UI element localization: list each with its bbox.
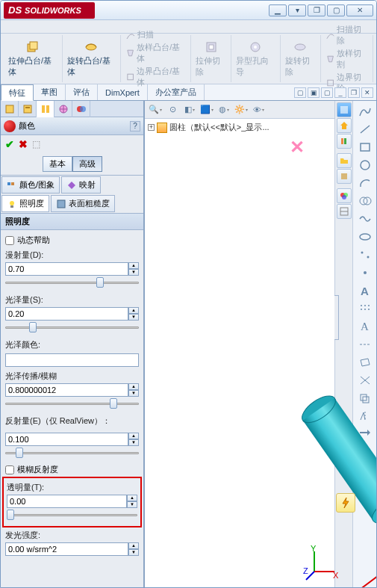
spread-down[interactable]: ▼ — [128, 390, 139, 397]
mgr-tab-render[interactable] — [72, 101, 90, 117]
tab-dimxpert[interactable]: DimXpert — [98, 84, 148, 100]
rb-custom-props[interactable] — [337, 188, 352, 203]
specular-input[interactable] — [5, 307, 128, 321]
pin-button[interactable]: ⬚ — [32, 139, 40, 149]
pierce-tool[interactable] — [357, 265, 373, 280]
doc-btn-1[interactable]: ▢ — [294, 87, 306, 98]
revolve-boss-button[interactable]: 旋转凸台/基体 — [66, 38, 118, 79]
extrude-boss-button[interactable]: 拉伸凸台/基体 — [7, 38, 59, 79]
trans-down[interactable]: ▼ — [127, 501, 137, 508]
minimize-button[interactable]: ▁ — [269, 4, 287, 16]
extrude-cut-button[interactable]: 拉伸切除 — [194, 38, 228, 79]
spline-tool[interactable] — [357, 104, 373, 119]
advanced-button[interactable]: 高级 — [72, 156, 102, 172]
close-button[interactable]: ✕ — [346, 4, 373, 16]
ok-button[interactable]: ✔ — [5, 138, 14, 150]
diffuse-input[interactable] — [5, 262, 128, 276]
diffuse-slider[interactable] — [5, 277, 139, 288]
dropdown-button[interactable]: ▾ — [288, 4, 306, 16]
help-button[interactable]: ? — [130, 121, 140, 131]
rb-resources[interactable] — [337, 102, 352, 117]
spec-color-swatch[interactable] — [5, 353, 139, 367]
plane-tool[interactable] — [357, 355, 373, 370]
text2-tool[interactable]: A — [357, 319, 373, 334]
line-tool[interactable] — [357, 122, 373, 137]
centerline-tool[interactable] — [357, 337, 373, 352]
lum-up[interactable]: ▲ — [128, 542, 139, 549]
vt-scene[interactable]: 🔆▾ — [234, 103, 249, 117]
mapping-tab[interactable]: 映射 — [61, 176, 101, 194]
vt-zoom[interactable]: 🔍▾ — [148, 103, 163, 117]
doc-btn-3[interactable]: ▢ — [321, 87, 333, 98]
viewport[interactable]: 🔍▾ ⊙ ◧▾ 🟦▾ ◍▾ 🔆▾ 👁▾ + 圆柱（默认<<默认>_显示... ✕ — [145, 101, 334, 587]
loft-button[interactable]: 放样凸台/基体 — [124, 41, 187, 65]
doc-close[interactable]: ✕ — [361, 87, 373, 98]
rb-file-explorer[interactable] — [337, 134, 352, 149]
rb-view-palette[interactable] — [337, 153, 352, 168]
flyout-tree[interactable]: + 圆柱（默认<<默认>_显示... — [145, 119, 334, 136]
reflect-input[interactable] — [5, 433, 128, 446]
point-tool[interactable] — [357, 247, 373, 262]
rb-tab-last[interactable] — [337, 204, 352, 219]
spec-spread-input[interactable] — [5, 383, 128, 397]
tab-office[interactable]: 办公室产品 — [148, 84, 205, 100]
basic-button[interactable]: 基本 — [43, 156, 72, 172]
sweep-button[interactable]: 扫描 — [124, 28, 155, 41]
color-image-tab[interactable]: 颜色/图象 — [1, 176, 60, 194]
lum-down[interactable]: ▼ — [128, 549, 139, 556]
vt-magnify[interactable]: ⊙ — [165, 103, 180, 117]
sweep-cut-button[interactable]: 扫描切除 — [324, 23, 370, 47]
mgr-tab-config[interactable] — [37, 101, 54, 117]
tab-feature[interactable]: 特征 — [1, 84, 34, 101]
vt-hide[interactable]: 👁▾ — [251, 103, 266, 117]
pane-resize-grip[interactable] — [334, 295, 339, 340]
expand-icon[interactable]: + — [148, 124, 155, 131]
illumination-tab[interactable]: 照明度 — [1, 195, 49, 212]
rectangle-tool[interactable] — [357, 140, 373, 155]
vt-view[interactable]: 🟦▾ — [199, 103, 214, 117]
cancel-button[interactable]: ✖ — [19, 138, 28, 150]
rb-design-lib[interactable] — [337, 118, 352, 133]
trim-tool[interactable] — [357, 373, 373, 388]
diffuse-down[interactable]: ▼ — [128, 269, 139, 276]
text-tool[interactable]: A — [357, 283, 373, 298]
maximize-button[interactable]: ▢ — [327, 4, 345, 16]
trans-up[interactable]: ▲ — [127, 495, 137, 501]
lum-input[interactable] — [5, 542, 128, 556]
refl-up[interactable]: ▲ — [128, 433, 139, 439]
revolve-cut-button[interactable]: 旋转切除 — [284, 38, 318, 79]
hole-wizard-button[interactable]: 异型孔向导 — [234, 38, 276, 79]
reflect-slider[interactable] — [5, 448, 139, 458]
loft-cut-button[interactable]: 放样切割 — [324, 47, 370, 71]
blur-reflect-checkbox[interactable] — [5, 465, 14, 474]
panel-scroll[interactable]: 照明度 动态帮助 漫射量(D): ▲▼ 光泽量(S): ▲▼ 光泽颜色: 光泽传… — [1, 213, 143, 587]
clear-selection-icon[interactable]: ✕ — [290, 137, 305, 158]
mgr-tab-dim[interactable] — [54, 101, 72, 117]
spec-spread-slider[interactable] — [5, 398, 139, 409]
dynamic-help-checkbox[interactable] — [5, 236, 14, 245]
specular-slider[interactable] — [5, 322, 139, 332]
arc-tool[interactable] — [357, 176, 373, 191]
offset-tool[interactable] — [357, 391, 373, 406]
pattern-tool[interactable] — [357, 301, 373, 316]
diffuse-up[interactable]: ▲ — [128, 262, 139, 269]
circle-tool[interactable] — [357, 158, 373, 173]
tab-sketch[interactable]: 草图 — [34, 84, 66, 100]
doc-min[interactable]: _ — [334, 87, 346, 98]
mgr-tab-feature[interactable] — [1, 101, 19, 117]
refl-down[interactable]: ▼ — [128, 439, 139, 446]
spline2-tool[interactable] — [357, 211, 373, 226]
spread-up[interactable]: ▲ — [128, 383, 139, 390]
view-triad[interactable]: Y X Z — [303, 545, 340, 583]
roughness-tab[interactable]: 表面粗糙度 — [51, 195, 115, 212]
vt-section[interactable]: ◧▾ — [182, 103, 197, 117]
vt-display[interactable]: ◍▾ — [216, 103, 231, 117]
doc-btn-2[interactable]: ▣ — [308, 87, 320, 98]
trans-input[interactable] — [7, 495, 127, 508]
trans-slider[interactable] — [7, 510, 137, 520]
spec-down[interactable]: ▼ — [128, 314, 139, 321]
doc-max[interactable]: ❐ — [348, 87, 360, 98]
quick-tips-button[interactable] — [336, 493, 355, 513]
ellipse-tool[interactable] — [357, 229, 373, 244]
spec-up[interactable]: ▲ — [128, 307, 139, 314]
